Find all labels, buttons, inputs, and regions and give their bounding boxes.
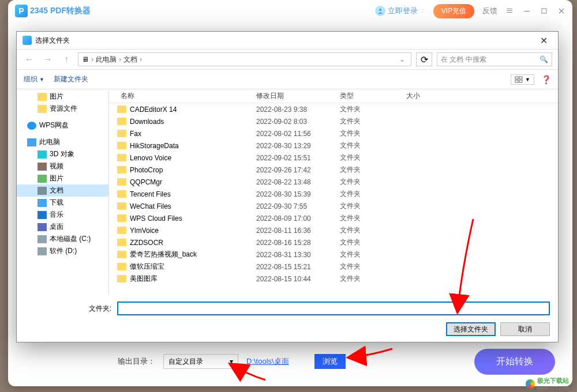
folder-name-input[interactable] <box>117 301 550 315</box>
file-date: 2022-08-02 11:56 <box>256 130 340 138</box>
watermark-url: www.xz7.com <box>537 385 569 391</box>
select-folder-button[interactable]: 选择文件夹 <box>446 322 496 336</box>
tree-item[interactable]: 软件 (D:) <box>17 245 108 257</box>
svg-rect-7 <box>519 77 522 79</box>
tree-item[interactable]: 下载 <box>17 197 108 209</box>
browse-button[interactable]: 浏览 <box>314 354 346 369</box>
folder-icon <box>117 202 126 210</box>
tree-item[interactable]: 桌面 <box>17 221 108 233</box>
folder-icon <box>38 150 47 159</box>
file-date: 2022-09-30 7:55 <box>256 202 340 210</box>
file-row[interactable]: QQPCMgr2022-08-22 13:48文件夹 <box>109 176 558 188</box>
tree-item[interactable]: 文档 <box>17 184 108 197</box>
nav-forward-button[interactable]: → <box>41 52 55 66</box>
file-date: 2022-09-26 17:42 <box>256 166 340 174</box>
file-type: 文件夹 <box>340 274 406 284</box>
folder-icon <box>38 247 47 255</box>
login-button[interactable]: 立即登录 ♡ <box>375 6 425 16</box>
nav-back-button[interactable]: ← <box>23 52 36 66</box>
file-date: 2022-08-23 9:38 <box>256 105 340 114</box>
file-pane: 名称 修改日期 类型 大小 CADEditorX 142022-08-23 9:… <box>109 89 558 296</box>
refresh-button[interactable]: ⟳ <box>416 52 432 66</box>
file-row[interactable]: 傲软压缩宝2022-08-15 15:21文件夹 <box>109 261 558 273</box>
folder-field-label: 文件夹: <box>25 304 111 314</box>
minimize-button[interactable] <box>523 7 531 15</box>
address-bar[interactable]: 🖥 › 此电脑 › 文档 › ⌄ <box>78 52 411 66</box>
dialog-body: 图片资源文件WPS网盘此电脑3D 对象视频图片文档下载音乐桌面本地磁盘 (C:)… <box>17 89 558 296</box>
tree-item[interactable]: 此电脑 <box>17 136 108 148</box>
file-row[interactable]: Tencent Files2022-08-30 15:39文件夹 <box>109 188 558 200</box>
folder-icon <box>117 239 126 246</box>
chevron-icon: › <box>119 55 121 63</box>
file-type: 文件夹 <box>340 225 406 235</box>
file-name: 傲软压缩宝 <box>130 262 256 272</box>
col-name[interactable]: 名称 <box>109 91 256 101</box>
tree-item[interactable]: 3D 对象 <box>17 148 108 160</box>
file-row[interactable]: WPS Cloud Files2022-08-09 17:00文件夹 <box>109 212 558 224</box>
folder-icon <box>117 227 126 234</box>
chevron-icon: › <box>91 55 93 63</box>
file-date: 2022-08-15 15:21 <box>256 263 340 271</box>
col-date[interactable]: 修改日期 <box>256 91 340 101</box>
tree-label: 图片 <box>50 92 63 101</box>
file-row[interactable]: YlmVoice2022-08-11 16:36文件夹 <box>109 224 558 236</box>
chevron-icon: › <box>140 55 142 63</box>
feedback-button[interactable]: 反馈 <box>482 6 497 16</box>
tree-item[interactable]: 视频 <box>17 160 108 172</box>
tree-item[interactable]: 资源文件 <box>17 103 108 115</box>
maximize-button[interactable] <box>540 7 548 15</box>
col-size[interactable]: 大小 <box>406 91 558 101</box>
chevron-down-icon: ▾ <box>230 357 233 365</box>
folder-icon <box>117 214 126 222</box>
start-convert-button[interactable]: 开始转换 <box>474 349 555 375</box>
output-path-link[interactable]: D:\tools\桌面 <box>246 356 289 367</box>
nav-up-button[interactable]: ↑ <box>59 52 73 66</box>
file-row[interactable]: WeChat Files2022-09-30 7:55文件夹 <box>109 200 558 212</box>
settings-icon[interactable] <box>505 7 514 15</box>
file-row[interactable]: Lenovo Voice2022-09-02 15:51文件夹 <box>109 152 558 164</box>
search-input[interactable]: 在 文档 中搜索 🔍 <box>437 52 552 66</box>
output-dir-select[interactable]: 自定义目录 ▾ <box>163 354 238 369</box>
file-name: HikStorageData <box>130 142 256 150</box>
folder-icon <box>117 190 126 198</box>
tree-item[interactable]: 本地磁盘 (C:) <box>17 233 108 245</box>
watermark-logo-icon <box>526 379 535 389</box>
folder-tree[interactable]: 图片资源文件WPS网盘此电脑3D 对象视频图片文档下载音乐桌面本地磁盘 (C:)… <box>17 89 109 296</box>
file-row[interactable]: Downloads2022-09-02 8:03文件夹 <box>109 115 558 127</box>
tree-item[interactable]: 图片 <box>17 91 108 103</box>
folder-icon <box>38 187 47 195</box>
col-type[interactable]: 类型 <box>340 91 406 101</box>
file-row[interactable]: CADEditorX 142022-08-23 9:38文件夹 <box>109 103 558 115</box>
svg-rect-1 <box>507 9 512 9</box>
folder-icon <box>117 130 126 137</box>
folder-icon <box>38 105 47 113</box>
file-row[interactable]: 爱奇艺热播视频_back2022-08-31 13:30文件夹 <box>109 248 558 261</box>
view-mode-button[interactable]: ▼ <box>511 74 534 85</box>
folder-icon <box>117 142 126 149</box>
file-date: 2022-08-30 13:29 <box>256 142 340 150</box>
dialog-close-button[interactable]: ✕ <box>535 35 552 46</box>
watermark-name: 极光下载站 <box>537 376 569 385</box>
breadcrumb-pc[interactable]: 此电脑 <box>96 55 117 65</box>
close-button[interactable] <box>557 7 565 15</box>
file-row[interactable]: PhotoCrop2022-09-26 17:42文件夹 <box>109 164 558 176</box>
file-row[interactable]: Fax2022-08-02 11:56文件夹 <box>109 127 558 140</box>
vip-button[interactable]: VIP充值 <box>433 4 474 18</box>
organize-menu[interactable]: 组织▼ <box>24 74 44 84</box>
file-row[interactable]: ZZDSOCR2022-08-16 15:28文件夹 <box>109 236 558 248</box>
tree-item[interactable]: WPS网盘 <box>17 119 108 131</box>
file-list[interactable]: CADEditorX 142022-08-23 9:38文件夹Downloads… <box>109 103 558 296</box>
file-row[interactable]: HikStorageData2022-08-30 13:29文件夹 <box>109 140 558 152</box>
breadcrumb-docs[interactable]: 文档 <box>123 55 137 65</box>
address-dropdown[interactable]: ⌄ <box>397 55 407 63</box>
cancel-button[interactable]: 取消 <box>500 322 550 336</box>
folder-icon <box>117 105 126 113</box>
tree-item[interactable]: 音乐 <box>17 209 108 221</box>
new-folder-button[interactable]: 新建文件夹 <box>54 74 88 84</box>
tree-item[interactable]: 图片 <box>17 172 108 184</box>
folder-picker-dialog: 选择文件夹 ✕ ← → ↑ 🖥 › 此电脑 › 文档 › ⌄ ⟳ 在 文档 中搜… <box>16 31 559 342</box>
file-row[interactable]: 美图图库2022-08-15 10:44文件夹 <box>109 273 558 285</box>
help-button[interactable]: ❓ <box>541 75 551 84</box>
tree-label: 桌面 <box>50 222 63 232</box>
file-date: 2022-08-22 13:48 <box>256 178 340 186</box>
